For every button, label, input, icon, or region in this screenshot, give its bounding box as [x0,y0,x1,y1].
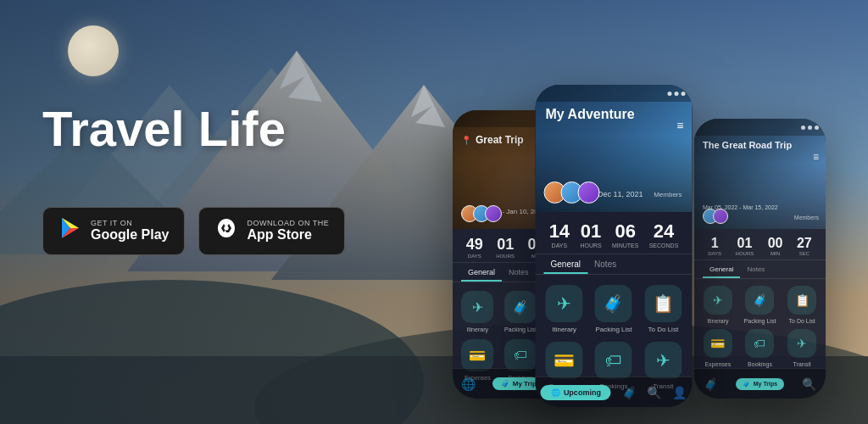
tab-notes-left[interactable]: Notes [502,265,536,282]
packing-icon-bg: 🧳 [504,291,537,323]
tab-notes-right[interactable]: Notes [740,262,771,278]
r-mins-label: Min [768,251,783,256]
moon-decoration [68,25,119,76]
right-menu-icon[interactable]: ≡ [813,151,819,163]
r-days: 1 Days [708,236,721,256]
r-bookings[interactable]: 🏷 Bookings [742,329,779,367]
packing-icon: 🧳 [512,299,529,315]
c-itinerary-bg: ✈ [546,285,583,322]
r-todo[interactable]: 📋 To Do List [783,286,821,324]
right-trip-title: The Great Road Trip [703,140,792,150]
c-todo-label: To Do List [648,326,679,333]
left-members [461,205,497,222]
center-bottom-nav: 🌐 Upcoming 🧳 🔍 👤 [536,377,693,407]
phone-center: My Adventure Dec 01, 2021 - Dec 11, 2021… [536,85,693,407]
nav-mytrips-right[interactable]: 🧳 My Trips [736,378,784,390]
google-play-icon [58,216,82,246]
right-title-area: The Great Road Trip [703,140,792,150]
nav-globe-left[interactable]: 🌐 [461,377,476,391]
grid-itinerary[interactable]: ✈ Itinerary [459,291,496,332]
r-transit-bg: ✈ [787,329,816,358]
r-secs: 27 Sec [797,236,812,256]
center-secs-label: Seconds [649,243,679,248]
c-bookings-bg: 🏷 [595,342,632,379]
bookings-icon-bg: 🏷 [504,339,537,371]
r-transit[interactable]: ✈ Transit [783,329,821,367]
nav-upcoming-center[interactable]: 🌐 Upcoming [541,385,611,400]
left-trip-title: Great Trip [476,134,524,146]
app-store-top-label: Download on the [247,219,329,227]
r-itinerary-label: Itinerary [707,318,728,324]
avatar-3 [485,205,502,222]
itinerary-icon: ✈ [472,299,483,315]
r-hours-label: Hours [736,251,754,256]
center-menu-icon[interactable]: ≡ [676,119,683,132]
phone-right-status [694,119,826,136]
nav-bag-right[interactable]: 🧳 [704,377,718,391]
tab-general-left[interactable]: General [461,265,502,282]
center-members [544,181,595,204]
tab-general-right[interactable]: General [703,262,740,278]
store-buttons-row: GET IT ON Google Play Download on the Ap… [42,207,345,255]
right-tabs: General Notes [694,262,826,279]
location-icon: 📍 [461,136,471,145]
upcoming-label: Upcoming [564,388,601,397]
google-play-button[interactable]: GET IT ON Google Play [42,207,185,255]
avatar-c3 [578,181,600,204]
nav-bag-center[interactable]: 🧳 [622,386,637,399]
c-packing-label: Packing List [595,326,632,333]
r-expenses[interactable]: 💳 Expenses [699,329,737,367]
right-bottom-nav: 🧳 🧳 My Trips 🔍 [694,368,826,399]
c-packing-icon: 🧳 [603,293,624,314]
phone-center-header: My Adventure Dec 01, 2021 - Dec 11, 2021… [536,85,693,212]
r-mins-num: 00 [768,236,783,251]
status-dot [815,126,819,130]
globe-icon-center: 🌐 [551,388,560,397]
app-store-button[interactable]: Download on the App Store [198,207,345,255]
nav-search-right[interactable]: 🔍 [802,377,816,391]
r-days-num: 1 [708,236,721,251]
center-itinerary[interactable]: ✈ Itinerary [544,285,585,333]
r-packing-bg: 🧳 [745,286,774,315]
app-title: Travel Life [42,102,345,156]
r-itinerary-icon: ✈ [713,293,723,307]
c-todo-bg: 📋 [644,285,682,322]
right-grid: ✈ Itinerary 🧳 Packing List 📋 To Do List … [694,279,826,374]
itinerary-icon-bg: ✈ [461,291,493,323]
location-row: 📍 Great Trip [461,134,524,146]
r-packing[interactable]: 🧳 Packing List [742,286,779,324]
tab-general-center[interactable]: General [544,256,588,274]
r-expenses-label: Expenses [704,361,731,367]
nav-profile-center[interactable]: 👤 [672,386,687,399]
r-bookings-icon: 🏷 [754,337,765,350]
center-secs-num: 24 [649,220,679,243]
center-mins-label: Minutes [612,243,639,248]
google-play-name: Google Play [91,227,169,243]
c-todo-icon: 📋 [653,293,674,314]
r-itinerary[interactable]: ✈ Itinerary [699,286,737,324]
grid-packing[interactable]: 🧳 Packing List [503,291,539,332]
phone-right: The Great Road Trip Mar 05, 2022 - Mar 1… [694,119,826,399]
center-todo[interactable]: 📋 To Do List [643,285,683,333]
google-play-top-label: GET IT ON [91,219,169,227]
c-itinerary-icon: ✈ [557,293,571,314]
c-expenses-icon: 💳 [554,350,575,371]
r-expenses-bg: 💳 [704,329,732,358]
r-hours-num: 01 [736,236,754,251]
nav-search-center[interactable]: 🔍 [647,386,661,399]
tab-notes-center[interactable]: Notes [587,256,623,274]
center-countdown: 14 Days 01 Hours 06 Minutes 24 Seconds [536,212,693,254]
center-trip-title: My Adventure [546,107,667,122]
app-store-text: Download on the App Store [247,219,329,243]
center-tabs: General Notes [536,256,693,275]
right-members [703,209,723,224]
center-hours: 01 Hours [580,220,601,248]
status-dot [675,92,679,96]
center-packing[interactable]: 🧳 Packing List [593,285,634,333]
c-expenses-bg: 💳 [546,342,583,379]
right-countdown: 1 Days 01 Hours 00 Min 27 Sec [694,229,826,260]
r-expenses-icon: 💳 [710,337,725,350]
center-hours-label: Hours [580,243,601,248]
r-mins: 00 Min [768,236,783,256]
mytrips-label-right: My Trips [754,381,777,387]
